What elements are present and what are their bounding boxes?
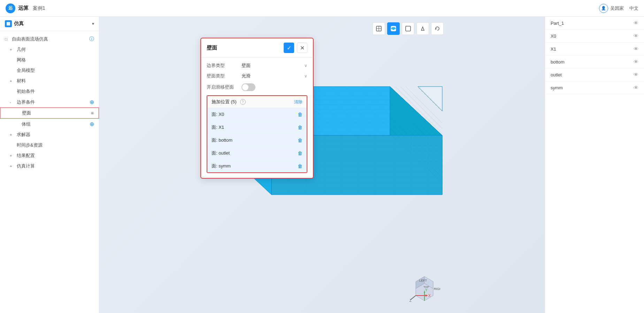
axis-cube: RIGHT LEFT TOP Y X Z: [409, 271, 440, 303]
svg-marker-45: [418, 87, 442, 111]
right-panel-item-x0: X0 👁: [545, 30, 644, 43]
expand-icon-sim-calc: +: [10, 164, 15, 168]
right-panel-item-part1: Part_1 👁: [545, 17, 644, 30]
visibility-x1-button[interactable]: 👁: [634, 46, 638, 52]
right-panel: Part_1 👁 X0 👁 X1 👁 bottom 👁 outlet 👁 sym…: [545, 17, 644, 313]
tree-label-solver: 求解器: [17, 132, 94, 138]
sidebar-item-body-group[interactable]: 体组 ⊕: [0, 119, 99, 129]
wall-panel-body: 边界类型 壁面 ∨ 壁面类型 光滑 ∨ 开启滑移壁面: [201, 58, 313, 178]
viewport: RIGHT LEFT TOP Y X Z 壁面: [99, 17, 545, 313]
sidebar-item-time-resource[interactable]: 时间步&资源: [0, 140, 99, 150]
wall-menu-icon[interactable]: ≡: [91, 110, 94, 116]
tree-label-full-model: 全局模型: [17, 67, 94, 74]
boundary-type-chevron: ∨: [304, 63, 307, 68]
visibility-symm-button[interactable]: 👁: [634, 85, 638, 90]
expand-icon: □: [5, 37, 10, 41]
delete-x0-button[interactable]: 🗑: [298, 112, 302, 117]
tree-label-result-config: 结果配置: [17, 152, 94, 159]
project-name: 案例1: [33, 5, 45, 12]
tree-label-body-group: 体组: [22, 121, 87, 127]
tree-label-free-surface: 自由表面流场仿真: [12, 36, 87, 42]
sidebar-item-result-config[interactable]: + 结果配置: [0, 150, 99, 161]
svg-text:Z: Z: [409, 299, 412, 303]
logo-text: 远算: [18, 5, 29, 12]
right-panel-label-outlet: outlet: [551, 72, 562, 77]
delete-outlet-button[interactable]: 🗑: [298, 150, 302, 156]
confirm-icon: ✓: [287, 45, 291, 51]
position-item-symm-label: 面: symm: [212, 163, 231, 169]
expand-icon-result: +: [10, 154, 15, 158]
right-panel-label-bottom: bottom: [551, 59, 565, 65]
visibility-outlet-button[interactable]: 👁: [634, 72, 638, 77]
logo: 远 远算: [6, 3, 29, 13]
sidebar-collapse-icon[interactable]: ▾: [92, 21, 94, 26]
sidebar-item-sim-calc[interactable]: + 仿真计算: [0, 161, 99, 171]
sidebar-title: 仿真: [5, 20, 24, 27]
position-item-x0-label: 面: X0: [212, 111, 224, 118]
sidebar-item-boundary[interactable]: - 边界条件 ⊕: [0, 97, 99, 107]
svg-text:X: X: [428, 294, 431, 298]
topbar: 远 远算 案例1 👤 吴因家 中文: [0, 0, 644, 17]
boundary-type-value: 壁面: [242, 62, 251, 69]
sidebar-label: 仿真: [14, 21, 24, 27]
right-panel-label-x0: X0: [551, 33, 556, 39]
sidebar-header: 仿真 ▾: [0, 17, 99, 31]
wall-panel-header: 壁面 ✓ ✕: [201, 38, 313, 58]
right-panel-item-bottom: bottom 👁: [545, 55, 644, 68]
boundary-type-row: 边界类型 壁面 ∨: [207, 62, 307, 69]
add-body-icon[interactable]: ⊕: [90, 121, 94, 127]
svg-text:Y: Y: [425, 288, 428, 292]
right-panel-item-outlet: outlet 👁: [545, 68, 644, 81]
user-avatar-icon: 👤: [599, 4, 608, 13]
tree-label-time-resource: 时间步&资源: [17, 142, 94, 148]
wall-type-value-wrap[interactable]: 光滑 ∨: [242, 73, 307, 79]
view-edge-button[interactable]: [416, 22, 429, 35]
position-list: 面: X0 🗑 面: X1 🗑 面: bottom 🗑 面: o: [207, 108, 307, 172]
view-surface-button[interactable]: [402, 22, 414, 35]
view-wireframe-button[interactable]: [373, 22, 385, 35]
position-clear-button[interactable]: 清除: [294, 99, 302, 105]
sidebar-item-init-cond[interactable]: 初始条件: [0, 86, 99, 97]
wall-confirm-button[interactable]: ✓: [284, 43, 294, 53]
tree-label-mesh: 网格: [17, 57, 94, 63]
sidebar-item-solver[interactable]: + 求解器: [0, 129, 99, 140]
sidebar-item-material[interactable]: + 材料: [0, 76, 99, 86]
right-panel-label-x1: X1: [551, 46, 556, 52]
logo-icon: 远: [6, 3, 15, 13]
tree-label-sim-calc: 仿真计算: [17, 163, 94, 169]
visibility-x0-button[interactable]: 👁: [634, 33, 638, 39]
user-profile[interactable]: 👤 吴因家: [599, 4, 624, 13]
sidebar-item-full-model[interactable]: 全局模型: [0, 65, 99, 76]
language-switcher[interactable]: 中文: [629, 5, 638, 12]
svg-rect-0: [7, 22, 10, 25]
wall-close-button[interactable]: ✕: [297, 43, 307, 53]
visibility-bottom-button[interactable]: 👁: [634, 59, 638, 65]
position-item-bottom-label: 面: bottom: [212, 137, 232, 143]
tree-label-init-cond: 初始条件: [17, 88, 94, 95]
delete-symm-button[interactable]: 🗑: [298, 163, 302, 169]
delete-x1-button[interactable]: 🗑: [298, 125, 302, 130]
slip-wall-toggle[interactable]: [242, 83, 255, 91]
delete-bottom-button[interactable]: 🗑: [298, 137, 302, 143]
view-reset-button[interactable]: [431, 22, 444, 35]
sidebar-item-geometry[interactable]: + 几何: [0, 44, 99, 55]
view-solid-button[interactable]: [387, 22, 400, 35]
visibility-part1-button[interactable]: 👁: [634, 20, 638, 26]
expand-icon-solver: +: [10, 133, 15, 137]
tree-label-boundary: 边界条件: [17, 99, 87, 105]
sidebar-item-wall[interactable]: 壁面 ≡: [0, 107, 99, 119]
toggle-thumb: [242, 84, 248, 90]
position-info-icon: ?: [240, 99, 246, 105]
left-sidebar: 仿真 ▾ □ 自由表面流场仿真 ⓘ + 几何 网格: [0, 17, 99, 313]
close-icon: ✕: [300, 45, 305, 51]
sidebar-item-mesh[interactable]: 网格: [0, 55, 99, 65]
boundary-type-value-wrap[interactable]: 壁面 ∨: [242, 62, 307, 69]
add-boundary-icon[interactable]: ⊕: [90, 99, 94, 105]
slip-wall-label: 开启滑移壁面: [207, 84, 242, 90]
tree-label-wall: 壁面: [22, 110, 89, 116]
right-panel-item-symm: symm 👁: [545, 81, 644, 94]
tree-label-geometry: 几何: [17, 46, 94, 53]
wall-type-row: 壁面类型 光滑 ∨: [207, 73, 307, 79]
3d-model-view: [99, 17, 545, 313]
sidebar-item-free-surface[interactable]: □ 自由表面流场仿真 ⓘ: [0, 34, 99, 44]
